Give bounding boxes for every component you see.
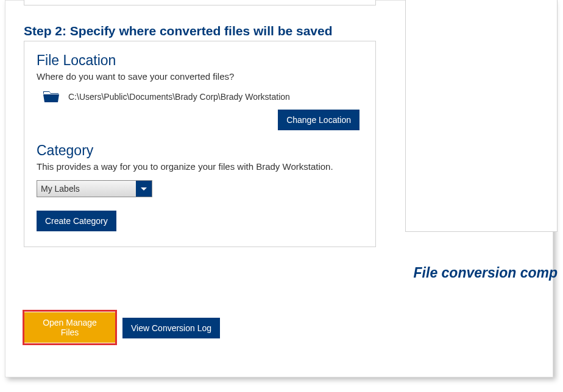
- create-category-button[interactable]: Create Category: [37, 211, 116, 231]
- folder-icon: [43, 90, 60, 103]
- open-manage-files-button[interactable]: Open Manage Files: [24, 312, 115, 343]
- step-box: File Location Where do you want to save …: [24, 41, 376, 247]
- previous-step-box-fragment: [24, 0, 376, 5]
- file-location-desc: Where do you want to save your converted…: [37, 71, 363, 82]
- folder-path: C:\Users\Public\Documents\Brady Corp\Bra…: [68, 92, 290, 102]
- category-title: Category: [37, 142, 363, 159]
- preview-panel-fragment: [405, 0, 558, 232]
- folder-row: C:\Users\Public\Documents\Brady Corp\Bra…: [43, 90, 363, 103]
- file-location-title: File Location: [37, 52, 363, 69]
- chevron-down-icon[interactable]: [136, 181, 152, 197]
- category-selected-value: My Labels: [41, 184, 80, 194]
- view-conversion-log-button[interactable]: View Conversion Log: [122, 318, 220, 338]
- main-panel: Step 2: Specify where converted files wi…: [5, 0, 553, 377]
- change-location-button[interactable]: Change Location: [278, 110, 359, 130]
- step-heading: Step 2: Specify where converted files wi…: [24, 24, 333, 38]
- highlight-annotation: Open Manage Files: [23, 310, 117, 345]
- category-select[interactable]: My Labels: [37, 180, 152, 197]
- category-desc: This provides a way for you to organize …: [37, 161, 363, 172]
- conversion-status: File conversion comp: [414, 265, 558, 281]
